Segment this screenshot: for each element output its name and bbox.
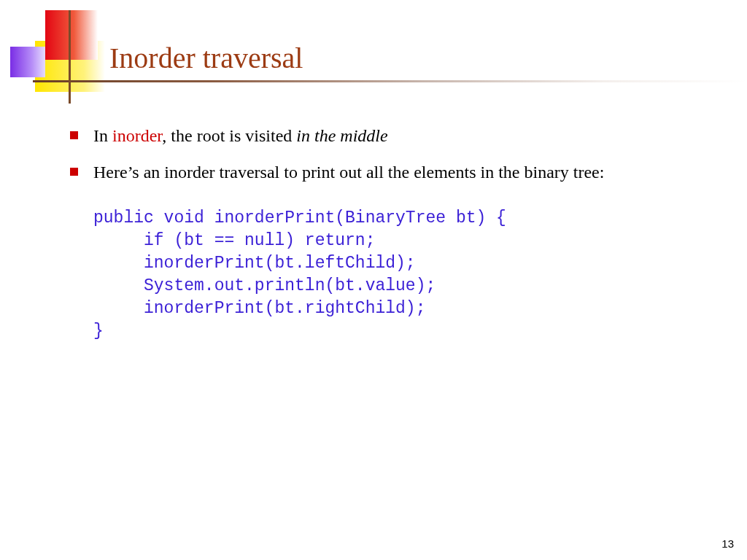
bullet-1-mid: , the root is visited xyxy=(162,126,296,145)
content-area: In inorder, the root is visited in the m… xyxy=(67,122,703,343)
logo-decoration xyxy=(10,10,105,98)
page-number: 13 xyxy=(721,537,734,550)
title-underline xyxy=(33,80,747,82)
deco-red xyxy=(45,10,98,60)
slide-title: Inorder traversal xyxy=(109,41,747,75)
title-wrap: Inorder traversal xyxy=(109,41,747,75)
bullet-list: In inorder, the root is visited in the m… xyxy=(67,122,703,185)
bullet-1-pre: In xyxy=(93,126,112,145)
bullet-1-em: in the middle xyxy=(296,126,387,145)
code-block: public void inorderPrint(BinaryTree bt) … xyxy=(67,207,703,343)
bullet-2: Here’s an inorder traversal to print out… xyxy=(67,159,703,185)
bullet-1: In inorder, the root is visited in the m… xyxy=(67,122,703,149)
deco-vertical-line xyxy=(69,10,71,104)
deco-purple xyxy=(10,47,45,77)
bullet-1-key: inorder xyxy=(112,126,162,145)
slide: Inorder traversal In inorder, the root i… xyxy=(0,0,747,560)
